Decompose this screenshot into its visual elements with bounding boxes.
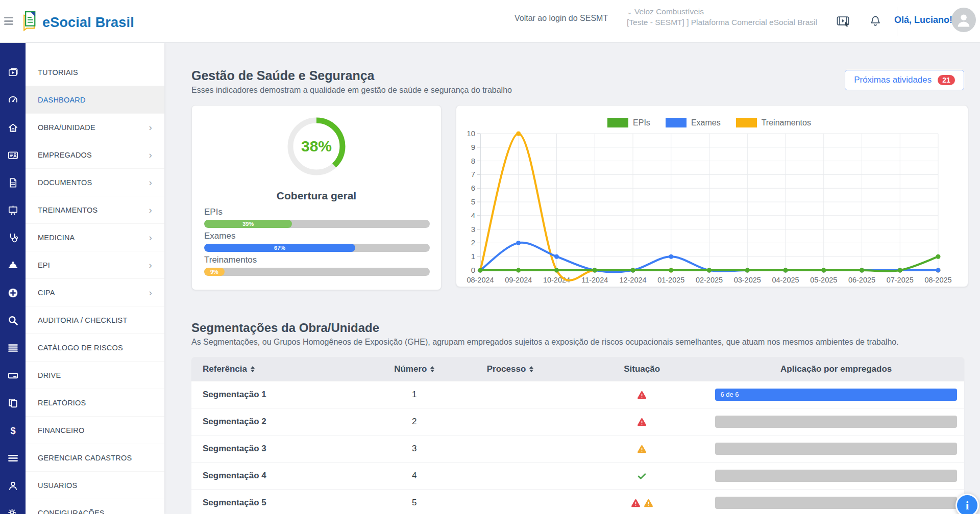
back-to-sesmt-login-link[interactable]: Voltar ao login do SESMT [514,14,608,23]
hard-hat-icon [7,260,19,271]
svg-text:2: 2 [471,238,475,247]
numero-cell: 4 [380,471,449,481]
rail-list-icon[interactable] [0,334,26,362]
svg-text:6: 6 [471,184,475,192]
rail-document-icon[interactable] [0,169,26,196]
sidebar-item-tutoriais[interactable]: TUTORIAIS [26,59,164,86]
sidebar-item-epi[interactable]: EPI› [26,251,164,279]
aplicacao-cell [712,416,964,428]
table-row-segmenta-o-2[interactable]: Segmentação 22 [191,408,964,435]
svg-text:$: $ [10,425,15,435]
sidebar-item-medicina[interactable]: MEDICINA› [26,224,164,251]
rail-id-card-icon[interactable] [0,141,26,169]
bar-track: 39% [204,220,430,228]
svg-text:06-2025: 06-2025 [848,276,875,284]
rail-gears-icon[interactable] [0,499,26,514]
video-tutorials-icon [7,67,19,79]
sort-icon [251,366,255,372]
column-label: Aplicação por empregados [780,364,892,374]
company-selector[interactable]: ⌄Veloz Combustíveis [Teste - SESMT] ] Pl… [627,7,817,28]
situacao-cell [572,445,713,453]
sidebar-item-relat-rios[interactable]: RELATÓRIOS [26,389,164,417]
rail-menu-lines-icon[interactable] [0,444,26,472]
esocial-logo-icon [21,10,37,35]
rail-hard-hat-icon[interactable] [0,251,26,279]
sidebar-item-label: EPI [38,261,50,269]
sidebar-item-obra-unidade[interactable]: OBRA/UNIDADE› [26,114,164,141]
coverage-bar-exames: Exames67% [204,231,430,252]
column-label: Situação [624,364,660,374]
sidebar-item-drive[interactable]: DRIVE [26,362,164,389]
chevron-right-icon: › [149,260,152,271]
brand-name: eSocial Brasil [42,15,134,31]
referencia-cell: Segmentação 5 [191,498,380,508]
aplicacao-cell [712,443,964,455]
sidebar-item-cat-logo-de-riscos[interactable]: CATÁLOGO DE RISCOS [26,334,164,362]
table-row-segmenta-o-1[interactable]: Segmentação 116 de 6 [191,381,964,408]
sidebar-item-gerenciar-cadastros[interactable]: GERENCIAR CADASTROS [26,444,164,472]
column-header-processo[interactable]: Processo [449,364,572,374]
column-header-refer-ncia[interactable]: Referência [191,364,380,374]
red-warning-icon [637,418,647,426]
table-row-segmenta-o-5[interactable]: Segmentação 55 [191,489,964,514]
aplicacao-cell [712,497,964,509]
situacao-cell [572,418,713,426]
info-fab-button[interactable]: i [955,494,979,514]
next-activities-button[interactable]: Próximas atividades 21 [845,70,964,90]
chevron-right-icon: › [149,287,152,298]
table-body: Segmentação 116 de 6Segmentação 22Segmen… [191,381,964,514]
document-icon [7,177,19,189]
rail-search-icon[interactable] [0,306,26,334]
rail-presentation-board-icon[interactable] [0,196,26,224]
sidebar-item-documentos[interactable]: DOCUMENTOS› [26,169,164,196]
sidebar-item-cipa[interactable]: CIPA› [26,279,164,306]
rail-home-icon[interactable] [0,114,26,141]
rail-video-tutorials-icon[interactable] [0,59,26,86]
brand-logo[interactable]: eSocial Brasil [21,10,134,35]
svg-text:0: 0 [471,266,475,274]
rail-dashboard-gauge-icon[interactable] [0,86,26,114]
company-name: Veloz Combustíveis [634,7,704,16]
table-row-segmenta-o-3[interactable]: Segmentação 33 [191,435,964,462]
svg-text:12-2024: 12-2024 [619,276,646,284]
rail-clipboard-icon[interactable] [0,389,26,417]
dollar-icon: $ [7,425,19,436]
employee-application-bar [715,497,957,509]
rail-stethoscope-icon[interactable] [0,224,26,251]
hamburger-menu-icon[interactable] [4,17,13,25]
line-chart: 01234567891008-202409-202410-202411-2024… [456,106,969,290]
notifications-bell-icon[interactable] [869,15,881,29]
sidebar-item-financeiro[interactable]: FINANCEIRO [26,417,164,444]
coverage-donut-chart: 38% [285,115,348,178]
table-row-segmenta-o-4[interactable]: Segmentação 44 [191,462,964,489]
bar-label: Exames [204,231,430,241]
drive-icon [7,370,19,381]
rail-drive-icon[interactable] [0,362,26,389]
rail-dollar-icon[interactable]: $ [0,417,26,444]
sidebar-item-label: AUDITORIA / CHECKLIST [38,316,128,324]
rail-plus-circle-icon[interactable] [0,279,26,306]
avatar[interactable] [951,8,976,32]
svg-text:08-2024: 08-2024 [467,276,494,284]
sidebar-item-treinamentos[interactable]: TREINAMENTOS› [26,196,164,224]
application-bar-label: 6 de 6 [715,389,957,401]
segmentations-table: ReferênciaNúmeroProcessoSituaçãoAplicaçã… [191,357,964,514]
rail-user-icon[interactable] [0,472,26,499]
table-header-row: ReferênciaNúmeroProcessoSituaçãoAplicaçã… [191,357,964,381]
sidebar-item-usuarios[interactable]: USUARIOS [26,472,164,499]
sidebar-item-label: DRIVE [38,371,61,379]
situacao-cell [572,471,713,481]
dashboard-gauge-icon [7,94,19,106]
check-icon [637,471,647,481]
aplicacao-cell: 6 de 6 [712,389,964,401]
sidebar-item-auditoria-checklist[interactable]: AUDITORIA / CHECKLIST [26,306,164,334]
column-header-n-mero[interactable]: Número [380,364,449,374]
sidebar-item-label: USUARIOS [38,481,77,490]
user-greeting[interactable]: Olá, Luciano! [894,15,952,25]
sidebar-item-label: EMPREGADOS [38,151,92,159]
coverage-card: 38% Cobertura geral EPIs39%Exames67%Trei… [191,105,442,290]
sidebar-item-configura-es[interactable]: CONFIGURAÇÕES [26,499,164,514]
video-help-icon[interactable] [837,16,850,30]
sidebar-item-empregados[interactable]: EMPREGADOS› [26,141,164,169]
sidebar-item-dashboard[interactable]: DASHBOARD [26,86,164,114]
